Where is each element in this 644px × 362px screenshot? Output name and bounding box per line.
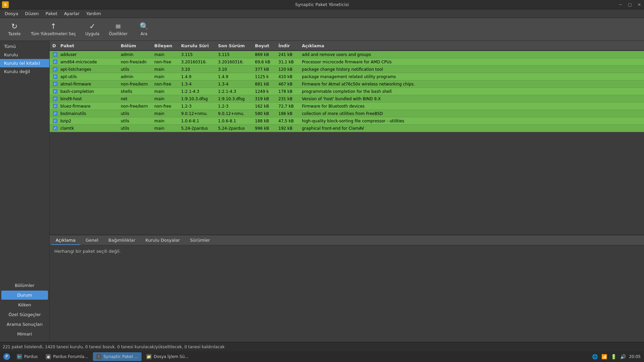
sidebar-nav-item-ozel-suzgecler[interactable]: Özel Süzgeçler <box>1 310 48 319</box>
pkg-indir: 31,1 kB <box>277 60 301 64</box>
pkg-indir: 178 kB <box>277 89 301 94</box>
table-row[interactable]: ✓ apt-listchanges utils main 3.10 3.10 3… <box>50 66 644 73</box>
table-row[interactable]: ✓ bind9-host net main 1:9.10.3.dfsg 1:9.… <box>50 95 644 103</box>
pkg-checkbox[interactable]: ✓ <box>51 126 59 130</box>
toolbar-btn-uygula[interactable]: ✓ Uygula <box>80 20 104 39</box>
table-row[interactable]: ✓ bzip2 utils main 1.0.6-8.1 1.0.6-8.1 1… <box>50 117 644 125</box>
col-header-boyut[interactable]: Boyut <box>254 43 277 48</box>
col-header-indir[interactable]: İndir <box>277 43 301 48</box>
detail-tab-genel[interactable]: Genel <box>81 236 103 245</box>
detail-tabs: AçıklamaGenelBağımlılıklarKurulu Dosyala… <box>50 235 644 245</box>
table-row[interactable]: ✓ adduser admin main 3.115 3.115 869 kB … <box>50 51 644 58</box>
pkg-checkbox[interactable]: ✓ <box>51 67 59 71</box>
pkg-name: bind9-host <box>59 97 119 101</box>
toolbar-btn-ara[interactable]: 🔍 Ara <box>132 20 156 39</box>
menu-item-paket[interactable]: Paket <box>42 10 61 17</box>
pkg-bilesen: main <box>153 89 180 94</box>
tray-icon-0[interactable]: 🌐 <box>591 353 598 360</box>
toolbar-btn-tum-yukseltmeleri-sec[interactable]: ↑ Tüm Yükseltmeleri Seç <box>27 20 80 39</box>
pkg-indir: 120 kB <box>277 67 301 72</box>
checkbox-icon: ✓ <box>53 97 57 101</box>
taskbar-clock: 20:05 <box>629 354 641 359</box>
tray-icon-1[interactable]: 📶 <box>601 353 607 360</box>
col-header-aciklama[interactable]: Açıklama <box>301 43 643 48</box>
filter-item-kurulu-el-kitabi[interactable]: Kurulu (el kitabı) <box>0 59 49 67</box>
sidebar-nav-item-bolumler[interactable]: Bölümler <box>1 281 48 290</box>
taskbar-item-pardus-forum[interactable]: ●Pardus Forumla... <box>42 352 91 361</box>
menu-item-yardım[interactable]: Yardım <box>83 10 104 17</box>
pkg-name: apt-listchanges <box>59 67 119 72</box>
col-header-bilesen[interactable]: Bileşen <box>153 43 180 48</box>
pkg-bolum: utils <box>119 111 153 116</box>
pkg-checkbox[interactable]: ✓ <box>51 119 59 123</box>
taskbar-label-pardus-forum: Pardus Forumla... <box>53 354 88 359</box>
pkg-indir: 186 kB <box>277 111 301 116</box>
sidebar-nav-item-mimari[interactable]: Mimari <box>1 329 48 339</box>
col-header-kurulu[interactable]: Kurulu Süri <box>180 43 217 48</box>
taskbar-item-pardus[interactable]: 🐦Pardus <box>13 352 41 361</box>
pkg-indir: 410 kB <box>277 74 301 79</box>
table-row[interactable]: ✓ clamtk utils main 5.24-2pardus 5.24-2p… <box>50 125 644 132</box>
table-row[interactable]: ✓ amd64-microcode non-free/adn non-free … <box>50 58 644 66</box>
detail-tab-kurulu-dosyalar[interactable]: Kurulu Dosyalar <box>141 236 184 245</box>
sidebar-nav-item-koken[interactable]: Köken <box>1 300 48 309</box>
tray-icon-2[interactable]: 🔋 <box>610 353 617 360</box>
pkg-aciklama: collection of more utilities from FreeBS… <box>301 111 643 116</box>
tray-icon-3[interactable]: 🔊 <box>620 353 626 360</box>
pkg-bilesen: main <box>153 67 180 72</box>
pkg-checkbox[interactable]: ✓ <box>51 104 59 108</box>
toolbar-btn-ozellikler[interactable]: ≡ Özellikler <box>105 20 131 39</box>
titlebar: S Synaptic Paket Yöneticisi ─ □ ✕ <box>0 0 644 9</box>
pkg-bilesen: non-free <box>153 82 180 86</box>
table-row[interactable]: ✓ apt-utils admin main 1.4.9 1.4.9 1125 … <box>50 73 644 80</box>
pkg-checkbox[interactable]: ✓ <box>51 74 59 79</box>
pkg-checkbox[interactable]: ✓ <box>51 97 59 101</box>
pkg-name: atmel-firmware <box>59 82 119 86</box>
checkbox-icon: ✓ <box>53 74 57 79</box>
pkg-bilesen: main <box>153 111 180 116</box>
toolbar-btn-tazele[interactable]: ↻ Tazele <box>3 20 26 39</box>
col-header-paket[interactable]: Paket <box>59 43 119 48</box>
pkg-checkbox[interactable]: ✓ <box>51 82 59 86</box>
checkbox-icon: ✓ <box>53 67 57 71</box>
pkg-son: 9.0.12+nmu. <box>217 111 254 116</box>
pkg-checkbox[interactable]: ✓ <box>51 111 59 116</box>
menu-item-düzen[interactable]: Düzen <box>21 10 42 17</box>
taskbar-item-synaptic[interactable]: !Synaptic Paket ... <box>93 352 142 361</box>
sidebar-nav-item-durum[interactable]: Durum <box>1 291 48 300</box>
pkg-son: 1:2.1-4.3 <box>217 89 254 94</box>
minimize-button[interactable]: ─ <box>616 0 625 9</box>
close-button[interactable]: ✕ <box>635 0 644 9</box>
maximize-button[interactable]: □ <box>625 0 635 9</box>
detail-tab-aciklama[interactable]: Açıklama <box>51 236 80 245</box>
menu-item-dosya[interactable]: Dosya <box>1 10 21 17</box>
col-header-son[interactable]: Son Sürüm <box>217 43 254 48</box>
table-row[interactable]: ✓ bash-completion shells main 1:2.1-4.3 … <box>50 88 644 95</box>
pkg-boyut: 69,6 kB <box>254 60 277 64</box>
col-header-bolum[interactable]: Bölüm <box>119 43 153 48</box>
pkg-checkbox[interactable]: ✓ <box>51 89 59 94</box>
pkg-kurulu: 1.4.9 <box>180 74 217 79</box>
pkg-checkbox[interactable]: ✓ <box>51 60 59 64</box>
filter-item-tumü[interactable]: Tümü <box>0 42 49 51</box>
filter-item-kurulu-degil[interactable]: Kurulu değil <box>0 67 49 76</box>
menu-item-ayarlar[interactable]: Ayarlar <box>61 10 83 17</box>
table-row[interactable]: ✓ bluez-firmware non-free/kern non-free … <box>50 103 644 110</box>
taskbar-item-dosya-islem[interactable]: 📁Dosya İşlem Sü... <box>143 352 192 361</box>
pkg-son: 3.115 <box>217 52 254 57</box>
filter-item-kurulu[interactable]: Kurulu <box>0 51 49 59</box>
pkg-indir: 241 kB <box>277 52 301 57</box>
pkg-kurulu: 1.0.6-8.1 <box>180 119 217 123</box>
taskbar-icon-pardus: 🐦 <box>17 354 22 359</box>
detail-tab-bagimliliklar[interactable]: Bağımlılıklar <box>104 236 140 245</box>
pkg-boyut: 881 kB <box>254 82 277 86</box>
sidebar-nav-item-arama-sonuclari[interactable]: Arama Sonuçları <box>1 320 48 329</box>
pkg-name: bzip2 <box>59 119 119 123</box>
pkg-bolum: utils <box>119 119 153 123</box>
pkg-name: adduser <box>59 52 119 57</box>
detail-tab-surumler[interactable]: Sürümler <box>185 236 215 245</box>
taskbar-logo[interactable]: P <box>1 351 12 362</box>
pkg-checkbox[interactable]: ✓ <box>51 52 59 57</box>
table-row[interactable]: ✓ bsdmainutils utils main 9.0.12+nmu. 9.… <box>50 110 644 117</box>
table-row[interactable]: ✓ atmel-firmware non-free/kern non-free … <box>50 80 644 88</box>
